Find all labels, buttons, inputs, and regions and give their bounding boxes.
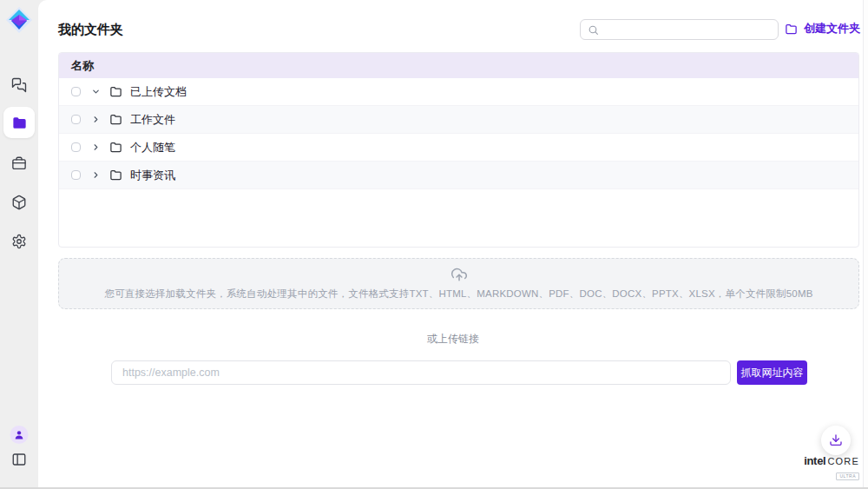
chat-icon bbox=[11, 77, 27, 93]
folder-icon bbox=[109, 113, 122, 126]
row-checkbox[interactable] bbox=[71, 142, 81, 152]
row-checkbox[interactable] bbox=[71, 115, 81, 124]
sidebar bbox=[0, 0, 38, 489]
fetch-url-button[interactable]: 抓取网址内容 bbox=[737, 360, 807, 385]
folder-icon bbox=[109, 85, 122, 98]
url-upload-row: 抓取网址内容 bbox=[111, 360, 807, 385]
gem-logo-icon[interactable] bbox=[4, 5, 34, 35]
sidebar-item-chat[interactable] bbox=[10, 76, 28, 94]
folder-name: 工作文件 bbox=[130, 112, 175, 128]
table-row[interactable]: 个人随笔 bbox=[59, 134, 858, 162]
intel-core-logo: intel core ultra bbox=[804, 455, 859, 480]
folder-icon bbox=[109, 169, 122, 182]
search-input[interactable] bbox=[599, 20, 778, 39]
search-icon bbox=[588, 24, 599, 36]
ultra-badge: ultra bbox=[836, 472, 859, 480]
cloud-upload-icon bbox=[450, 267, 469, 284]
gear-icon bbox=[11, 234, 27, 249]
row-checkbox[interactable] bbox=[71, 87, 81, 96]
upload-dropzone[interactable]: 您可直接选择加载文件夹，系统自动处理其中的文件，文件格式支持TXT、HTML、M… bbox=[58, 258, 859, 309]
user-avatar[interactable] bbox=[10, 426, 29, 444]
table-row[interactable]: 时事资讯 bbox=[59, 162, 858, 189]
row-checkbox[interactable] bbox=[71, 170, 81, 180]
briefcase-icon bbox=[11, 155, 27, 171]
sidebar-item-folders[interactable] bbox=[3, 107, 35, 138]
sidebar-item-workspace[interactable] bbox=[10, 155, 28, 172]
core-wordmark: core bbox=[827, 457, 859, 466]
folder-icon bbox=[109, 141, 122, 154]
chevron-down-icon[interactable] bbox=[91, 87, 101, 96]
create-folder-button[interactable]: 创建文件夹 bbox=[785, 21, 860, 36]
cube-icon bbox=[11, 195, 27, 210]
main-content: 我的文件夹 创建文件夹 名称 bbox=[38, 0, 868, 489]
folder-name: 已上传文档 bbox=[130, 84, 187, 100]
app-window: 我的文件夹 创建文件夹 名称 bbox=[0, 0, 868, 489]
panel-toggle-button[interactable] bbox=[10, 451, 28, 468]
table-row[interactable]: 已上传文档 bbox=[59, 78, 858, 106]
page-title: 我的文件夹 bbox=[58, 22, 123, 38]
download-fab[interactable] bbox=[821, 426, 851, 455]
sidebar-item-models[interactable] bbox=[10, 194, 28, 211]
download-icon bbox=[829, 433, 843, 447]
user-avatar-icon bbox=[14, 429, 25, 440]
column-name: 名称 bbox=[71, 58, 94, 74]
chevron-right-icon[interactable] bbox=[91, 170, 101, 180]
scrollbar-track[interactable] bbox=[863, 0, 868, 489]
folder-icon bbox=[11, 115, 28, 131]
folder-table: 名称 已上传文档 工作文件 bbox=[58, 52, 859, 248]
sidebar-item-settings[interactable] bbox=[10, 233, 28, 250]
table-row[interactable]: 工作文件 bbox=[59, 106, 858, 134]
upload-hint: 您可直接选择加载文件夹，系统自动处理其中的文件，文件格式支持TXT、HTML、M… bbox=[104, 287, 812, 301]
panel-toggle-icon bbox=[11, 452, 27, 467]
url-input[interactable] bbox=[111, 360, 731, 385]
folder-name: 个人随笔 bbox=[130, 140, 175, 155]
chevron-right-icon[interactable] bbox=[91, 142, 101, 152]
folder-name: 时事资讯 bbox=[130, 168, 175, 183]
or-upload-link-label: 或上传链接 bbox=[38, 332, 868, 347]
table-header: 名称 bbox=[59, 53, 858, 78]
chevron-right-icon[interactable] bbox=[91, 115, 101, 124]
folder-icon bbox=[785, 23, 798, 36]
create-folder-label: 创建文件夹 bbox=[804, 21, 860, 36]
intel-wordmark: intel bbox=[804, 455, 825, 466]
search-box[interactable] bbox=[580, 19, 779, 40]
